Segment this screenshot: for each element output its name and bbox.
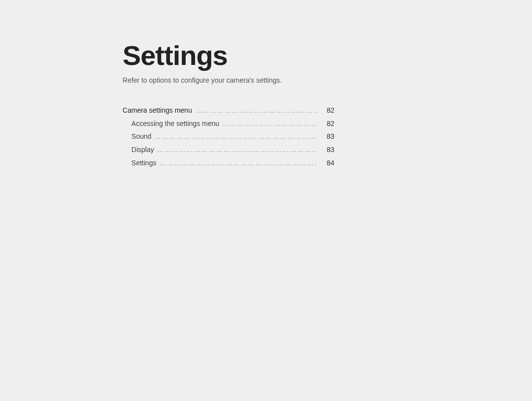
toc-leader (222, 118, 317, 130)
stage: Settings Refer to options to configure y… (0, 0, 532, 401)
document-page: Settings Refer to options to configure y… (0, 0, 532, 401)
toc-page-number: 82 (317, 104, 334, 117)
toc-leader (159, 157, 316, 170)
toc-entry-sub: Settings 84 (123, 156, 334, 170)
toc-label: Settings (132, 156, 160, 170)
content-wrapper: Settings Refer to options to configure y… (4, 0, 532, 394)
page-body: Settings Refer to options to configure y… (123, 39, 438, 169)
page-title: Settings (123, 39, 438, 71)
toc-leader (195, 105, 317, 117)
table-of-contents: Camera settings menu 82 Accessing the se… (123, 104, 334, 169)
toc-entry-sub: Accessing the settings menu 82 (123, 117, 334, 130)
toc-label: Camera settings menu (123, 104, 195, 117)
toc-label: Accessing the settings menu (132, 117, 222, 130)
toc-label: Display (132, 143, 157, 156)
toc-leader (154, 131, 317, 143)
page-subtitle: Refer to options to configure your camer… (123, 76, 438, 84)
toc-entry-sub: Display 83 (123, 143, 334, 156)
toc-leader (157, 144, 317, 156)
toc-page-number: 82 (317, 117, 334, 130)
toc-page-number: 83 (317, 143, 334, 156)
toc-page-number: 84 (317, 156, 334, 170)
toc-page-number: 83 (317, 130, 334, 143)
toc-entry-main: Camera settings menu 82 (123, 104, 334, 117)
toc-entry-sub: Sound 83 (123, 130, 334, 143)
toc-label: Sound (132, 130, 154, 143)
